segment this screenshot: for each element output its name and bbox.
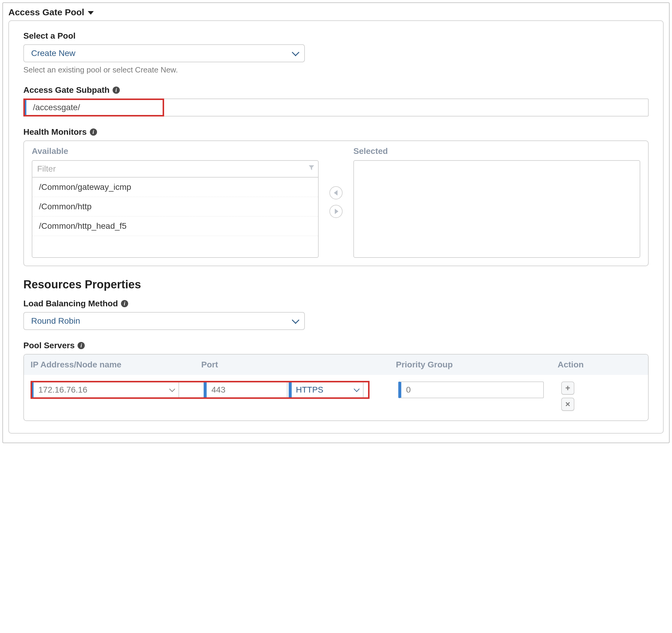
table-header-row: IP Address/Node name Port Priority Group… [24,355,648,375]
port-input[interactable] [211,385,283,395]
protocol-select[interactable]: HTTPS [289,382,364,398]
health-label: Health Monitors i [23,127,649,137]
triangle-right-icon [335,209,338,214]
health-monitors-box: Available /Common/gateway_icmp /Common/h… [23,141,649,266]
filter-icon [308,165,314,172]
servers-table: IP Address/Node name Port Priority Group… [23,354,649,421]
cell-ip [30,382,201,398]
col-header-ip: IP Address/Node name [30,360,201,369]
chevron-down-icon [354,386,360,392]
cell-priority-group [398,382,560,398]
move-buttons [330,146,342,258]
ip-input[interactable] [38,385,170,395]
subpath-input[interactable] [23,98,649,117]
pool-select-value: Create New [31,49,75,58]
pool-field: Select a Pool Create New Select an exist… [23,31,649,75]
available-col: Available /Common/gateway_icmp /Common/h… [32,146,319,258]
priority-group-input-cell[interactable] [398,382,544,398]
lb-label: Load Balancing Method i [23,299,649,309]
selected-title: Selected [353,146,640,156]
remove-row-button[interactable]: × [561,398,574,411]
priority-group-input[interactable] [406,385,539,395]
lb-field: Load Balancing Method i Round Robin [23,299,649,330]
pool-label: Select a Pool [23,31,649,41]
list-item[interactable]: /Common/http [32,197,318,217]
cell-actions: + × [561,382,603,414]
available-listbox[interactable]: /Common/gateway_icmp /Common/http /Commo… [32,177,319,258]
triangle-left-icon [334,190,337,196]
col-header-pg: Priority Group [396,360,558,369]
pool-helper: Select an existing pool or select Create… [23,65,649,75]
subpath-field: Access Gate Subpath i [23,86,649,117]
section-panel: Select a Pool Create New Select an exist… [8,20,664,434]
list-item[interactable]: /Common/gateway_icmp [32,177,318,197]
move-right-button[interactable] [330,205,342,218]
filter-wrap [32,160,319,177]
info-icon[interactable]: i [113,87,120,94]
section-toggle[interactable]: Access Gate Pool [8,5,664,20]
servers-field: Pool Servers i IP Address/Node name Port… [23,341,649,421]
filter-input[interactable] [32,160,319,177]
port-input-cell[interactable] [203,382,287,398]
info-icon[interactable]: i [90,128,97,136]
ip-select[interactable] [30,382,179,398]
subpath-label: Access Gate Subpath i [23,86,649,95]
servers-label: Pool Servers i [23,341,649,350]
available-title: Available [32,146,319,156]
page-container: Access Gate Pool Select a Pool Create Ne… [2,2,670,443]
health-field: Health Monitors i Available /Common/gate… [23,127,649,266]
col-header-action: Action [558,360,600,369]
subpath-input-wrap [23,98,649,117]
selected-col: Selected [353,146,640,258]
selected-listbox[interactable] [353,160,640,258]
chevron-down-icon [292,316,299,324]
pool-select[interactable]: Create New [23,44,305,62]
info-icon[interactable]: i [77,342,85,349]
add-row-button[interactable]: + [561,382,574,395]
list-item[interactable]: /Common/http_head_f5 [32,217,318,236]
info-icon[interactable]: i [121,300,128,307]
lb-select[interactable]: Round Robin [23,312,305,330]
resources-heading: Resources Properties [23,278,649,291]
col-header-port: Port [201,360,396,369]
table-row: HTTPS + × [24,375,648,420]
move-left-button[interactable] [330,186,342,199]
caret-down-icon [84,7,94,17]
lb-select-value: Round Robin [31,316,80,326]
section-title: Access Gate Pool [8,7,84,17]
cell-port: HTTPS [202,382,397,398]
chevron-down-icon [292,49,299,56]
protocol-value: HTTPS [296,385,323,395]
